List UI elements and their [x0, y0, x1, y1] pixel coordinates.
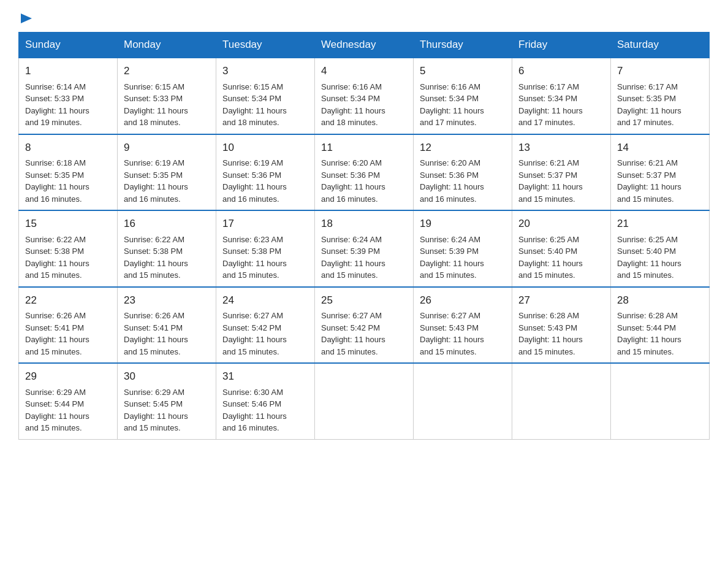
- day-number: 25: [321, 293, 407, 308]
- svg-marker-0: [21, 13, 32, 23]
- day-number: 27: [518, 293, 604, 308]
- day-info: Sunrise: 6:20 AMSunset: 5:36 PMDaylight:…: [321, 158, 385, 204]
- day-info: Sunrise: 6:15 AMSunset: 5:34 PMDaylight:…: [222, 82, 287, 128]
- calendar-cell: 20Sunrise: 6:25 AMSunset: 5:40 PMDayligh…: [512, 210, 611, 287]
- calendar-cell: 1Sunrise: 6:14 AMSunset: 5:33 PMDaylight…: [19, 58, 118, 134]
- day-info: Sunrise: 6:15 AMSunset: 5:33 PMDaylight:…: [124, 82, 188, 128]
- day-number: 13: [518, 140, 604, 156]
- day-info: Sunrise: 6:28 AMSunset: 5:43 PMDaylight:…: [518, 311, 583, 356]
- calendar-cell: 15Sunrise: 6:22 AMSunset: 5:38 PMDayligh…: [19, 210, 118, 287]
- day-number: 20: [518, 216, 604, 232]
- day-number: 1: [25, 63, 111, 79]
- day-info: Sunrise: 6:29 AMSunset: 5:45 PMDaylight:…: [124, 388, 188, 433]
- day-info: Sunrise: 6:26 AMSunset: 5:41 PMDaylight:…: [25, 311, 89, 356]
- logo-area: [18, 12, 33, 26]
- day-number: 19: [420, 216, 506, 232]
- calendar-header-monday: Monday: [118, 33, 216, 58]
- day-number: 12: [420, 140, 506, 156]
- calendar-cell: 2Sunrise: 6:15 AMSunset: 5:33 PMDaylight…: [118, 58, 216, 134]
- calendar-week-row: 1Sunrise: 6:14 AMSunset: 5:33 PMDaylight…: [19, 58, 710, 134]
- day-number: 21: [617, 216, 703, 232]
- day-info: Sunrise: 6:19 AMSunset: 5:36 PMDaylight:…: [222, 158, 287, 204]
- day-number: 24: [222, 293, 308, 308]
- day-info: Sunrise: 6:21 AMSunset: 5:37 PMDaylight:…: [518, 158, 583, 204]
- calendar-cell: 23Sunrise: 6:26 AMSunset: 5:41 PMDayligh…: [118, 287, 216, 364]
- calendar-cell: [512, 363, 611, 439]
- calendar-cell: 11Sunrise: 6:20 AMSunset: 5:36 PMDayligh…: [315, 134, 414, 211]
- calendar-cell: 21Sunrise: 6:25 AMSunset: 5:40 PMDayligh…: [611, 210, 710, 287]
- day-number: 5: [420, 63, 506, 79]
- day-info: Sunrise: 6:27 AMSunset: 5:42 PMDaylight:…: [222, 311, 287, 356]
- calendar-header-row: SundayMondayTuesdayWednesdayThursdayFrid…: [19, 33, 710, 58]
- day-info: Sunrise: 6:30 AMSunset: 5:46 PMDaylight:…: [222, 388, 287, 433]
- day-number: 26: [420, 293, 506, 308]
- day-info: Sunrise: 6:27 AMSunset: 5:42 PMDaylight:…: [321, 311, 385, 356]
- calendar-cell: 7Sunrise: 6:17 AMSunset: 5:35 PMDaylight…: [611, 58, 710, 134]
- day-number: 3: [222, 63, 308, 79]
- calendar-cell: 8Sunrise: 6:18 AMSunset: 5:35 PMDaylight…: [19, 134, 118, 211]
- day-number: 10: [222, 140, 308, 156]
- day-info: Sunrise: 6:17 AMSunset: 5:35 PMDaylight:…: [617, 82, 681, 128]
- day-info: Sunrise: 6:22 AMSunset: 5:38 PMDaylight:…: [124, 235, 188, 280]
- calendar-cell: 5Sunrise: 6:16 AMSunset: 5:34 PMDaylight…: [414, 58, 512, 134]
- day-info: Sunrise: 6:24 AMSunset: 5:39 PMDaylight:…: [420, 235, 484, 280]
- day-info: Sunrise: 6:25 AMSunset: 5:40 PMDaylight:…: [617, 235, 681, 280]
- day-number: 23: [124, 293, 210, 308]
- day-number: 7: [617, 63, 703, 79]
- day-info: Sunrise: 6:25 AMSunset: 5:40 PMDaylight:…: [518, 235, 583, 280]
- day-info: Sunrise: 6:14 AMSunset: 5:33 PMDaylight:…: [25, 82, 89, 128]
- calendar-week-row: 8Sunrise: 6:18 AMSunset: 5:35 PMDaylight…: [19, 134, 710, 211]
- calendar-cell: 17Sunrise: 6:23 AMSunset: 5:38 PMDayligh…: [216, 210, 315, 287]
- calendar-cell: 25Sunrise: 6:27 AMSunset: 5:42 PMDayligh…: [315, 287, 414, 364]
- day-info: Sunrise: 6:16 AMSunset: 5:34 PMDaylight:…: [420, 82, 484, 128]
- page-header: [18, 12, 710, 26]
- calendar-cell: [315, 363, 414, 439]
- day-info: Sunrise: 6:18 AMSunset: 5:35 PMDaylight:…: [25, 158, 89, 204]
- day-number: 31: [222, 369, 308, 385]
- calendar-cell: 30Sunrise: 6:29 AMSunset: 5:45 PMDayligh…: [118, 363, 216, 439]
- day-info: Sunrise: 6:20 AMSunset: 5:36 PMDaylight:…: [420, 158, 484, 204]
- day-number: 29: [25, 369, 111, 385]
- day-number: 9: [124, 140, 210, 156]
- day-number: 22: [25, 293, 111, 308]
- calendar-cell: 16Sunrise: 6:22 AMSunset: 5:38 PMDayligh…: [118, 210, 216, 287]
- day-number: 8: [25, 140, 111, 156]
- calendar-cell: 31Sunrise: 6:30 AMSunset: 5:46 PMDayligh…: [216, 363, 315, 439]
- calendar-cell: 24Sunrise: 6:27 AMSunset: 5:42 PMDayligh…: [216, 287, 315, 364]
- calendar-header-sunday: Sunday: [19, 33, 118, 58]
- day-info: Sunrise: 6:21 AMSunset: 5:37 PMDaylight:…: [617, 158, 681, 204]
- calendar-header-friday: Friday: [512, 33, 611, 58]
- calendar-cell: 14Sunrise: 6:21 AMSunset: 5:37 PMDayligh…: [611, 134, 710, 211]
- calendar-cell: 4Sunrise: 6:16 AMSunset: 5:34 PMDaylight…: [315, 58, 414, 134]
- calendar-cell: 12Sunrise: 6:20 AMSunset: 5:36 PMDayligh…: [414, 134, 512, 211]
- day-number: 14: [617, 140, 703, 156]
- day-info: Sunrise: 6:23 AMSunset: 5:38 PMDaylight:…: [222, 235, 287, 280]
- day-number: 6: [518, 63, 604, 79]
- day-number: 18: [321, 216, 407, 232]
- day-number: 16: [124, 216, 210, 232]
- day-info: Sunrise: 6:24 AMSunset: 5:39 PMDaylight:…: [321, 235, 385, 280]
- calendar-week-row: 22Sunrise: 6:26 AMSunset: 5:41 PMDayligh…: [19, 287, 710, 364]
- calendar-cell: 19Sunrise: 6:24 AMSunset: 5:39 PMDayligh…: [414, 210, 512, 287]
- day-info: Sunrise: 6:19 AMSunset: 5:35 PMDaylight:…: [124, 158, 188, 204]
- calendar-cell: [611, 363, 710, 439]
- day-number: 4: [321, 63, 407, 79]
- calendar-cell: 29Sunrise: 6:29 AMSunset: 5:44 PMDayligh…: [19, 363, 118, 439]
- calendar-cell: [414, 363, 512, 439]
- calendar-header-tuesday: Tuesday: [216, 33, 315, 58]
- calendar-cell: 28Sunrise: 6:28 AMSunset: 5:44 PMDayligh…: [611, 287, 710, 364]
- day-info: Sunrise: 6:17 AMSunset: 5:34 PMDaylight:…: [518, 82, 583, 128]
- calendar-header-thursday: Thursday: [414, 33, 512, 58]
- calendar-week-row: 29Sunrise: 6:29 AMSunset: 5:44 PMDayligh…: [19, 363, 710, 439]
- calendar-cell: 9Sunrise: 6:19 AMSunset: 5:35 PMDaylight…: [118, 134, 216, 211]
- logo: [18, 12, 33, 26]
- calendar-header-saturday: Saturday: [611, 33, 710, 58]
- calendar-header-wednesday: Wednesday: [315, 33, 414, 58]
- day-info: Sunrise: 6:16 AMSunset: 5:34 PMDaylight:…: [321, 82, 385, 128]
- day-number: 28: [617, 293, 703, 308]
- day-info: Sunrise: 6:28 AMSunset: 5:44 PMDaylight:…: [617, 311, 681, 356]
- calendar-cell: 27Sunrise: 6:28 AMSunset: 5:43 PMDayligh…: [512, 287, 611, 364]
- day-number: 17: [222, 216, 308, 232]
- calendar-cell: 3Sunrise: 6:15 AMSunset: 5:34 PMDaylight…: [216, 58, 315, 134]
- calendar-cell: 10Sunrise: 6:19 AMSunset: 5:36 PMDayligh…: [216, 134, 315, 211]
